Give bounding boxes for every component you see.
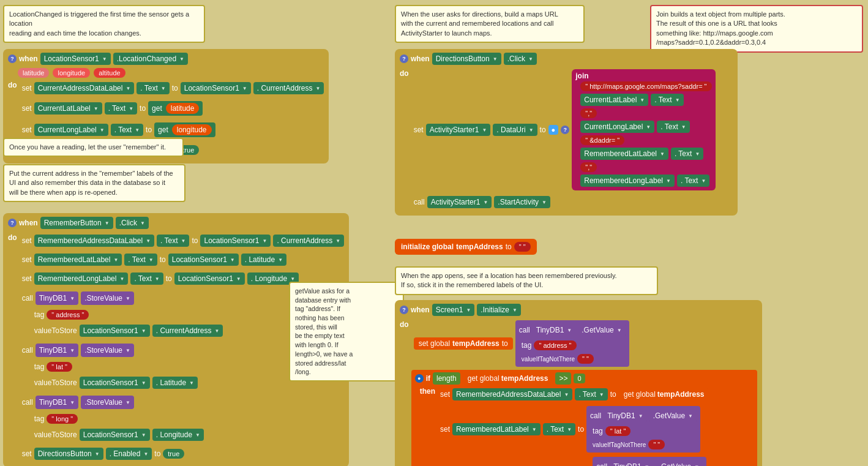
block-long-label[interactable]: CurrentLongLabel (34, 124, 108, 136)
block-lat-label[interactable]: CurrentLatLabel (34, 102, 102, 115)
block-tinydb-getvalue-1: call TinyDB1 .GetValue tag " address " v… (515, 320, 629, 367)
block-longitude-2[interactable]: . Longitude (152, 429, 204, 441)
join-cur-lat-label[interactable]: CurrentLatLabel (580, 94, 648, 106)
block-tinydb-1[interactable]: TinyDB1 (36, 291, 79, 305)
block-rem-addr-label[interactable]: RememberedAddressDataLabel (34, 235, 154, 247)
join-label: join (575, 72, 588, 80)
block-click-1[interactable]: .Click (116, 217, 149, 229)
block-true-2[interactable]: true (163, 449, 184, 459)
join-text-4[interactable]: . Text (677, 175, 709, 187)
block-str-long: " long " (47, 414, 78, 424)
when-label-1: when (19, 54, 38, 63)
block-get-global-tempaddr: get global tempAddress (463, 372, 553, 385)
block-storevalue-1[interactable]: .StoreValue (81, 291, 134, 305)
join-rem-long-label[interactable]: RememberedLongLabel (580, 175, 675, 187)
join-text-2[interactable]: . Text (657, 121, 689, 133)
help-icon-4[interactable]: ? (400, 54, 408, 63)
block-getvalue-2[interactable]: .GetValue (649, 409, 697, 423)
block-storevalue-3[interactable]: .StoreValue (81, 396, 134, 409)
temp-addr-label-4: tempAddress (657, 390, 705, 399)
block-rem-lat-label[interactable]: RememberedLatLabel (34, 254, 122, 266)
val-longitude: longitude (172, 124, 212, 135)
block-initialize[interactable]: .Initialize (477, 304, 521, 316)
join-slot-6: RememberedLatLabel . Text (575, 146, 711, 161)
do-label-3: do (400, 68, 409, 78)
block-text-7[interactable]: . Text (575, 388, 607, 400)
sensor-location[interactable]: LocationSensor1 (40, 53, 111, 65)
block-current-addr-2[interactable]: . CurrentAddress (273, 235, 344, 247)
block-text-2[interactable]: . Text (105, 102, 137, 115)
do-label-1: do (8, 80, 17, 89)
block-text-6[interactable]: . Text (130, 272, 163, 285)
join-text-1[interactable]: . Text (651, 94, 683, 106)
block-loc-sensor-5[interactable]: LocationSensor1 (80, 325, 150, 337)
block-start-activity[interactable]: .StartActivity (494, 196, 550, 208)
block-activity-starter[interactable]: ActivityStarter1 (426, 124, 491, 136)
block-dir-btn[interactable]: DirectionsButton (34, 448, 103, 460)
help-icon-6[interactable]: ? (400, 306, 408, 314)
block-tinydb-3[interactable]: TinyDB1 (36, 396, 79, 409)
block-cur-addr-3[interactable]: . CurrentAddress (152, 325, 223, 337)
block-current-address-label[interactable]: CurrentAddressDataLabel (34, 82, 135, 94)
when-label-2: when (19, 219, 38, 227)
block-loc-sensor-2[interactable]: LocationSensor1 (200, 235, 271, 247)
join-slot-8: RememberedLongLabel . Text (575, 173, 711, 188)
init-global-label: initialize global (401, 242, 454, 251)
canvas: LocationChanged is triggered the first t… (0, 0, 868, 466)
block-loc-sensor-3[interactable]: LocationSensor1 (168, 254, 239, 266)
when-label-3: when (411, 54, 430, 63)
help-icon-1[interactable]: ? (8, 54, 17, 63)
block-get-lat[interactable]: get latitude (148, 101, 203, 116)
help-icon-5[interactable]: ? (561, 126, 569, 134)
then-block: then set RememberedAddressDataLabel . Te… (415, 386, 754, 466)
block-remember-btn-2[interactable]: RememberButton (40, 217, 113, 229)
block-text-8[interactable]: . Text (543, 423, 575, 435)
block-text-1[interactable]: . Text (137, 82, 169, 94)
then-label: then (420, 386, 435, 396)
block-activity-starter-2[interactable]: ActivityStarter1 (427, 196, 492, 208)
block-rem-lat-label-2[interactable]: RememberedLatLabel (452, 423, 541, 435)
block-orange-set-global: set global tempAddress to (414, 337, 513, 350)
join-daddr: " &daddr= " (580, 135, 624, 145)
event-location-changed[interactable]: .LocationChanged (113, 53, 188, 65)
block-screen1[interactable]: Screen1 (432, 304, 475, 316)
block-tinydb-2[interactable]: TinyDB1 (36, 344, 79, 357)
block-tinydb-6[interactable]: TinyDB1 (610, 460, 653, 466)
help-icon-3[interactable]: ? (8, 219, 17, 227)
block-dir-btn-2[interactable]: DirectionsButton (432, 53, 501, 65)
block-loc-sensor-4[interactable]: LocationSensor1 (174, 272, 245, 285)
block-text-4[interactable]: . Text (157, 235, 189, 247)
block-get-long[interactable]: get longitude (154, 122, 215, 137)
block-loc-sensor-6[interactable]: LocationSensor1 (80, 377, 150, 389)
block-loc-sensor-1[interactable]: LocationSensor1 (181, 82, 251, 94)
row-rem-address: set RememberedAddressDataLabel . Text to… (20, 233, 344, 248)
block-latitude-2[interactable]: . Latitude (152, 377, 198, 389)
block-loc-sensor-7[interactable]: LocationSensor1 (80, 429, 150, 441)
block-tinydb-4[interactable]: TinyDB1 (533, 323, 576, 337)
block-text-5[interactable]: . Text (124, 254, 157, 266)
block-getvalue-1[interactable]: .GetValue (578, 323, 625, 337)
block-enabled-2[interactable]: . Enabled (106, 448, 152, 460)
join-slot-4: CurrentLongLabel . Text (575, 119, 711, 134)
block-current-address[interactable]: . CurrentAddress (253, 82, 324, 94)
join-cur-long-label[interactable]: CurrentLongLabel (580, 121, 654, 133)
block-storevalue-2[interactable]: .StoreValue (81, 344, 134, 357)
block-tinydb-5[interactable]: TinyDB1 (604, 409, 647, 423)
join-text-3[interactable]: . Text (671, 148, 703, 160)
block-click-2[interactable]: .Click (504, 53, 537, 65)
do-label-2: do (8, 232, 17, 242)
block-rem-addr-label-2[interactable]: RememberedAddressDataLabel (452, 388, 572, 400)
join-comma-1: "," (580, 108, 597, 118)
block-if-length: ● if length get global tempAddress >> 0 (411, 370, 757, 466)
block-text-3[interactable]: . Text (111, 124, 143, 136)
comment-reading: Once you have a reading, let the user "r… (3, 138, 184, 157)
block-datauri[interactable]: . DataUri (493, 124, 537, 136)
help-icon-7[interactable]: ● (415, 374, 424, 383)
block-latitude[interactable]: . Latitude (241, 254, 286, 266)
comment-app-opens: When the app opens, see if a location ha… (395, 266, 658, 295)
block-getvalue-3[interactable]: .GetValue (656, 460, 703, 466)
block-length: length (433, 372, 460, 385)
join-rem-lat-label[interactable]: RememberedLatLabel (580, 148, 668, 160)
block-rem-long-label[interactable]: RememberedLongLabel (34, 272, 129, 285)
param-altitude: altitude (94, 68, 125, 78)
